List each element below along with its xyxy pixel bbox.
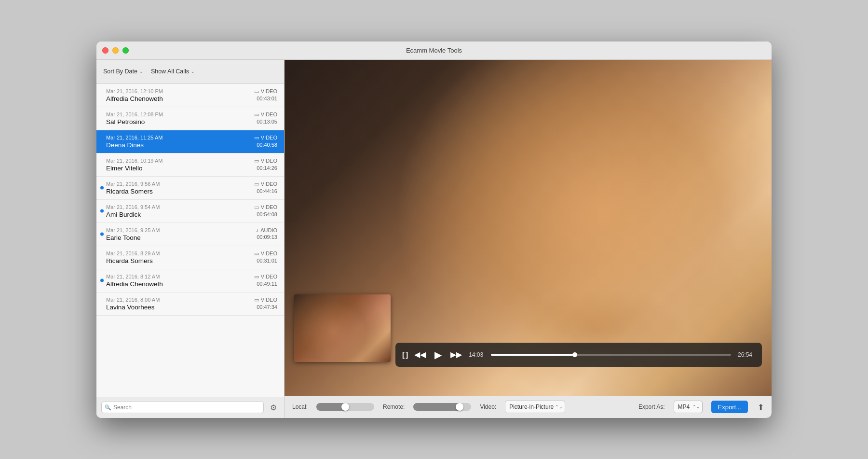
call-list-item[interactable]: Mar 21, 2016, 9:56 AM Ricarda Somers ▭ V… — [96, 177, 284, 200]
call-type-row: ▭ VIDEO — [254, 274, 277, 280]
search-icon: 🔍 — [105, 404, 111, 411]
sort-by-date-button[interactable]: Sort By Date ⌄ — [103, 68, 143, 75]
call-list-item[interactable]: Mar 21, 2016, 9:25 AM Earle Toone ♪ AUDI… — [96, 223, 284, 246]
video-icon: ▭ — [254, 181, 259, 187]
minimize-button[interactable] — [112, 47, 119, 54]
call-type-row: ▭ VIDEO — [254, 158, 277, 164]
audio-icon: ♪ — [256, 227, 259, 233]
titlebar: Ecamm Movie Tools — [96, 42, 772, 60]
call-duration: 00:49:11 — [257, 281, 277, 287]
sort-chevron-icon: ⌄ — [139, 69, 143, 74]
call-name: Earle Toone — [106, 234, 256, 241]
call-list-item[interactable]: Mar 21, 2016, 12:08 PM Sal Petrosino ▭ V… — [96, 107, 284, 130]
local-slider-knob[interactable] — [341, 403, 349, 411]
call-type-label: VIDEO — [261, 274, 277, 279]
call-date: Mar 21, 2016, 8:12 AM — [106, 274, 254, 279]
call-name: Sal Petrosino — [106, 118, 254, 125]
remote-volume-slider[interactable] — [413, 403, 471, 411]
call-meta: ▭ VIDEO 00:49:11 — [254, 274, 277, 287]
player-controls: [ ] ◀◀ ▶ ▶▶ 14:03 -26:54 — [395, 343, 762, 367]
call-date: Mar 21, 2016, 9:54 AM — [106, 204, 254, 210]
export-as-label: Export As: — [638, 403, 665, 410]
call-date: Mar 21, 2016, 8:29 AM — [106, 250, 254, 256]
call-list-item[interactable]: Mar 21, 2016, 8:29 AM Ricarda Somers ▭ V… — [96, 246, 284, 269]
call-date: Mar 21, 2016, 8:00 AM — [106, 297, 254, 303]
call-type-row: ♪ AUDIO — [256, 227, 277, 233]
export-format-dropdown[interactable]: MP4 MOV M4A — [674, 401, 703, 413]
call-meta: ▭ VIDEO 00:31:01 — [254, 250, 277, 264]
rewind-button[interactable]: ◀◀ — [412, 349, 428, 360]
unread-dot — [100, 209, 104, 213]
local-volume-slider[interactable] — [316, 403, 374, 411]
call-duration: 00:09:13 — [257, 234, 277, 240]
call-list-item[interactable]: Mar 21, 2016, 9:54 AM Ami Burdick ▭ VIDE… — [96, 200, 284, 223]
video-label: Video: — [480, 403, 496, 410]
call-type-row: ▭ VIDEO — [254, 111, 277, 118]
local-label: Local: — [292, 403, 308, 410]
sidebar-footer: 🔍 ⚙ — [96, 397, 284, 418]
call-type-label: VIDEO — [261, 111, 277, 117]
call-name: Ricarda Somers — [106, 257, 254, 264]
pip-window — [294, 294, 391, 362]
call-type-row: ▭ VIDEO — [254, 204, 277, 210]
video-icon: ▭ — [254, 88, 259, 95]
call-list-item[interactable]: Mar 21, 2016, 12:10 PM Alfredia Chenowet… — [96, 84, 284, 107]
call-type-row: ▭ VIDEO — [254, 250, 277, 257]
main-content: Sort By Date ⌄ Show All Calls ⌄ Mar 21, … — [96, 60, 772, 418]
call-type-row: ▭ VIDEO — [254, 135, 277, 141]
call-info: Mar 21, 2016, 11:25 AM Deena Dines — [106, 135, 254, 149]
video-icon: ▭ — [254, 250, 259, 257]
play-button[interactable]: ▶ — [433, 348, 444, 362]
call-meta: ▭ VIDEO 00:40:58 — [254, 135, 277, 148]
call-type-label: VIDEO — [261, 181, 277, 187]
share-button[interactable]: ⬆ — [758, 403, 764, 412]
call-duration: 00:40:58 — [257, 142, 277, 148]
call-date: Mar 21, 2016, 12:10 PM — [106, 88, 254, 94]
call-duration: 00:54:08 — [257, 211, 277, 217]
call-list-item[interactable]: Mar 21, 2016, 10:19 AM Elmer Vitello ▭ V… — [96, 153, 284, 177]
call-type-label: VIDEO — [261, 250, 277, 256]
video-area: [ ] ◀◀ ▶ ▶▶ 14:03 -26:54 Local: — [285, 60, 772, 418]
close-button[interactable] — [102, 47, 108, 54]
call-meta: ▭ VIDEO 00:47:34 — [254, 297, 277, 310]
call-name: Deena Dines — [106, 141, 254, 149]
sidebar-toolbar: Sort By Date ⌄ Show All Calls ⌄ — [96, 60, 284, 84]
export-button[interactable]: Export... — [711, 401, 748, 413]
call-type-row: ▭ VIDEO — [254, 88, 277, 95]
settings-button[interactable]: ⚙ — [268, 402, 279, 413]
call-duration: 00:13:05 — [257, 119, 277, 125]
call-meta: ▭ VIDEO 00:13:05 — [254, 111, 277, 125]
call-list-item[interactable]: Mar 21, 2016, 8:00 AM Lavina Voorhees ▭ … — [96, 292, 284, 316]
call-type-label: VIDEO — [261, 204, 277, 210]
progress-bar[interactable] — [491, 354, 731, 356]
video-mode-dropdown-wrapper: Picture-in-Picture Side-by-Side Remote O… — [505, 401, 565, 413]
call-meta: ♪ AUDIO 00:09:13 — [256, 227, 277, 240]
call-list-item[interactable]: Mar 21, 2016, 11:25 AM Deena Dines ▭ VID… — [96, 130, 284, 153]
show-all-calls-button[interactable]: Show All Calls ⌄ — [151, 68, 195, 75]
calls-list: Mar 21, 2016, 12:10 PM Alfredia Chenowet… — [96, 84, 284, 397]
video-icon: ▭ — [254, 111, 259, 118]
progress-handle[interactable] — [572, 352, 577, 357]
call-type-label: VIDEO — [261, 158, 277, 164]
remote-slider-knob[interactable] — [456, 403, 463, 411]
fast-forward-button[interactable]: ▶▶ — [448, 349, 464, 360]
progress-fill — [491, 354, 575, 356]
call-type-row: ▭ VIDEO — [254, 181, 277, 187]
call-type-row: ▭ VIDEO — [254, 297, 277, 303]
call-info: Mar 21, 2016, 10:19 AM Elmer Vitello — [106, 158, 254, 172]
current-time-label: 14:03 — [469, 351, 486, 358]
call-type-label: AUDIO — [260, 227, 277, 233]
search-input[interactable] — [101, 402, 264, 413]
call-meta: ▭ VIDEO 00:43:01 — [254, 88, 277, 101]
video-mode-dropdown[interactable]: Picture-in-Picture Side-by-Side Remote O… — [505, 401, 565, 413]
call-list-item[interactable]: Mar 21, 2016, 8:12 AM Alfredia Chenoweth… — [96, 269, 284, 292]
call-meta: ▭ VIDEO 00:44:16 — [254, 181, 277, 194]
video-icon: ▭ — [254, 297, 259, 303]
call-date: Mar 21, 2016, 9:25 AM — [106, 227, 256, 233]
unread-dot — [100, 186, 104, 190]
unread-dot — [100, 279, 104, 282]
video-background: [ ] ◀◀ ▶ ▶▶ 14:03 -26:54 — [285, 60, 772, 396]
call-info: Mar 21, 2016, 12:08 PM Sal Petrosino — [106, 111, 254, 125]
video-icon: ▭ — [254, 204, 259, 210]
fullscreen-button[interactable] — [122, 47, 129, 54]
